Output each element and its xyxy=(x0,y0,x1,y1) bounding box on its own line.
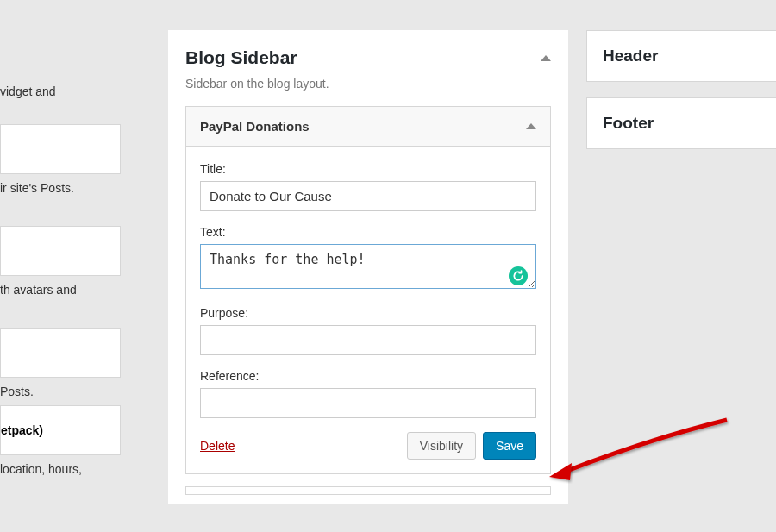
footer-area-box[interactable]: Footer xyxy=(586,97,776,149)
panel-description: Sidebar on the blog layout. xyxy=(185,77,551,91)
left-text-4: Posts. xyxy=(0,378,121,405)
widget-collapse-icon[interactable] xyxy=(526,123,536,129)
delete-link[interactable]: Delete xyxy=(200,439,235,453)
widget-footer: Delete Visibility Save xyxy=(200,432,536,460)
header-area-box[interactable]: Header xyxy=(586,30,776,82)
save-button[interactable]: Save xyxy=(483,432,536,460)
right-sidebar-areas: Header Footer xyxy=(586,30,776,165)
text-textarea[interactable] xyxy=(200,244,536,289)
footer-area-title: Footer xyxy=(603,114,760,133)
left-widget-label: etpack) xyxy=(1,411,43,449)
reference-input[interactable] xyxy=(200,388,536,418)
blog-sidebar-panel: Blog Sidebar Sidebar on the blog layout.… xyxy=(168,30,568,504)
left-text-3: th avatars and xyxy=(0,276,121,304)
grammarly-icon[interactable] xyxy=(509,266,528,285)
panel-title: Blog Sidebar xyxy=(185,47,297,68)
title-label: Title: xyxy=(200,162,536,176)
widget-body: Title: Text: Purpose: Reference: Delete … xyxy=(185,147,551,474)
next-widget-strip[interactable] xyxy=(185,486,551,495)
left-widget-box-2[interactable] xyxy=(0,226,121,276)
left-widget-box-4[interactable]: etpack) xyxy=(0,405,121,455)
left-widget-box-1[interactable] xyxy=(0,124,121,174)
header-area-title: Header xyxy=(603,47,760,66)
left-text-1: vidget and xyxy=(0,78,121,105)
reference-label: Reference: xyxy=(200,369,536,383)
annotation-arrow-icon xyxy=(546,413,735,491)
left-widget-box-3[interactable] xyxy=(0,328,121,378)
widget-header[interactable]: PayPal Donations xyxy=(185,106,551,147)
purpose-input[interactable] xyxy=(200,325,536,355)
left-text-6: location, hours, xyxy=(0,455,121,483)
left-sidebar-fragment: vidget and ir site's Posts. th avatars a… xyxy=(0,0,121,532)
panel-header[interactable]: Blog Sidebar xyxy=(185,47,551,68)
title-input[interactable] xyxy=(200,181,536,211)
text-label: Text: xyxy=(200,225,536,239)
collapse-icon[interactable] xyxy=(541,55,551,61)
left-text-2: ir site's Posts. xyxy=(0,174,121,202)
widget-header-title: PayPal Donations xyxy=(200,119,310,134)
purpose-label: Purpose: xyxy=(200,306,536,320)
visibility-button[interactable]: Visibility xyxy=(407,432,476,460)
